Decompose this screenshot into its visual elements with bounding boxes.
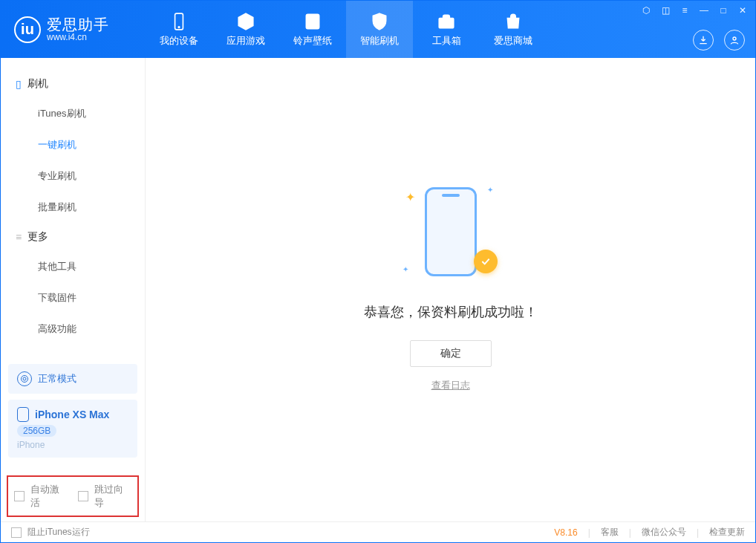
nav-apps-games[interactable]: 应用游戏 — [212, 1, 279, 58]
sidebar-item-batch-flash[interactable]: 批量刷机 — [1, 192, 145, 223]
toolbox-icon — [437, 12, 456, 31]
svg-point-6 — [22, 376, 28, 383]
sidebar-item-advanced[interactable]: 高级功能 — [1, 313, 145, 345]
sidebar-item-itunes-flash[interactable]: iTunes刷机 — [1, 98, 145, 129]
main-content: ✦ ✦ ✦ 恭喜您，保资料刷机成功啦！ 确定 查看日志 — [146, 58, 755, 521]
phone-small-icon: ▯ — [16, 78, 22, 90]
sidebar-item-pro-flash[interactable]: 专业刷机 — [1, 160, 145, 192]
window-controls: ⬡ ◫ ≡ — □ ✕ — [641, 5, 748, 16]
mode-label: 正常模式 — [38, 372, 76, 386]
device-type: iPhone — [17, 440, 45, 450]
logo-icon: iu — [14, 16, 41, 43]
svg-point-4 — [733, 37, 736, 40]
nav-toolbox[interactable]: 工具箱 — [413, 1, 480, 58]
mode-card[interactable]: 正常模式 — [8, 364, 137, 394]
nav-ringtone-wallpaper[interactable]: 铃声壁纸 — [279, 1, 346, 58]
sidebar-item-onekey-flash[interactable]: 一键刷机 — [1, 129, 145, 160]
sidebar-section-more: ≡ 更多 — [1, 223, 145, 251]
status-link-wechat[interactable]: 微信公众号 — [642, 526, 686, 539]
shirt-icon[interactable]: ⬡ — [641, 5, 651, 16]
svg-point-1 — [178, 26, 180, 27]
version-label: V8.16 — [554, 527, 577, 538]
shield-sync-icon — [370, 12, 389, 31]
checkbox-icon — [78, 491, 88, 501]
phone-icon — [169, 12, 189, 31]
statusbar: 阻止iTunes运行 V8.16 | 客服 | 微信公众号 | 检查更新 — [1, 521, 755, 542]
spark-icon: ✦ — [403, 265, 408, 273]
app-header: iu 爱思助手 www.i4.cn 我的设备 应用游戏 铃声壁纸 智能刷机 工具… — [1, 1, 755, 58]
svg-point-5 — [23, 377, 26, 380]
device-name: iPhone XS Max — [35, 409, 109, 420]
section-title: 更多 — [27, 230, 48, 244]
header-actions — [693, 30, 745, 51]
user-icon[interactable] — [724, 30, 745, 51]
close-button[interactable]: ✕ — [737, 5, 748, 16]
sidebar-item-download-firmware[interactable]: 下载固件 — [1, 282, 145, 313]
app-logo: iu 爱思助手 www.i4.cn — [1, 16, 146, 43]
nav-label: 智能刷机 — [360, 34, 399, 48]
options-highlight-box: 自动激活 跳过向导 — [7, 475, 139, 517]
device-card[interactable]: iPhone XS Max 256GB iPhone — [8, 400, 137, 458]
svg-rect-3 — [439, 18, 454, 27]
success-message: 恭喜您，保资料刷机成功啦！ — [364, 303, 538, 321]
checkbox-label: 跳过向导 — [94, 483, 131, 510]
sidebar-item-other-tools[interactable]: 其他工具 — [1, 251, 145, 282]
menu-icon[interactable]: ≡ — [680, 5, 690, 16]
cube-icon — [236, 12, 255, 31]
nav-label: 爱思商城 — [494, 34, 532, 48]
device-capacity: 256GB — [17, 425, 56, 437]
list-icon: ≡ — [16, 231, 22, 243]
nav-flash[interactable]: 智能刷机 — [346, 1, 413, 58]
lock-icon[interactable]: ◫ — [660, 5, 671, 16]
checkbox-icon — [11, 527, 22, 538]
nav-label: 应用游戏 — [227, 34, 265, 48]
app-url: www.i4.cn — [47, 33, 109, 42]
section-title: 刷机 — [27, 77, 48, 91]
success-illustration: ✦ ✦ ✦ — [410, 187, 492, 284]
nav-store[interactable]: 爱思商城 — [480, 1, 547, 58]
maximize-button[interactable]: □ — [718, 5, 729, 16]
sidebar: ▯ 刷机 iTunes刷机 一键刷机 专业刷机 批量刷机 ≡ 更多 其他工具 下… — [1, 58, 146, 521]
checkbox-label: 自动激活 — [30, 483, 68, 510]
music-icon — [303, 12, 322, 31]
check-badge-icon — [474, 250, 498, 273]
mode-icon — [17, 371, 32, 386]
nav-label: 铃声壁纸 — [293, 34, 332, 48]
checkbox-icon — [14, 491, 25, 501]
checkbox-auto-activate[interactable]: 自动激活 — [14, 483, 68, 510]
main-nav: 我的设备 应用游戏 铃声壁纸 智能刷机 工具箱 爱思商城 — [146, 1, 547, 58]
status-link-support[interactable]: 客服 — [601, 526, 619, 539]
sidebar-section-flash: ▯ 刷机 — [1, 70, 145, 98]
spark-icon: ✦ — [487, 186, 493, 194]
confirm-button[interactable]: 确定 — [410, 340, 492, 367]
download-icon[interactable] — [693, 30, 714, 51]
checkbox-skip-guide[interactable]: 跳过向导 — [78, 483, 131, 510]
bag-icon — [504, 12, 523, 31]
view-log-link[interactable]: 查看日志 — [431, 379, 470, 392]
nav-my-device[interactable]: 我的设备 — [146, 1, 212, 58]
checkbox-label: 阻止iTunes运行 — [27, 526, 90, 539]
status-link-update[interactable]: 检查更新 — [709, 526, 745, 539]
nav-label: 我的设备 — [160, 34, 198, 48]
device-icon — [17, 407, 29, 422]
nav-label: 工具箱 — [432, 34, 461, 48]
spark-icon: ✦ — [405, 190, 415, 204]
app-name: 爱思助手 — [47, 16, 109, 33]
minimize-button[interactable]: — — [699, 5, 709, 16]
checkbox-block-itunes[interactable]: 阻止iTunes运行 — [11, 526, 90, 539]
